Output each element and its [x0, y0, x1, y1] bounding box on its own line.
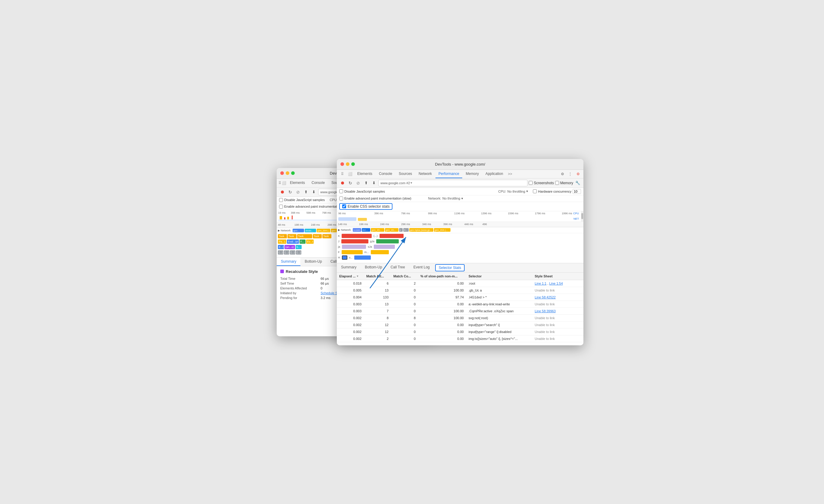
hardware-value-2[interactable] [573, 189, 581, 194]
flame2-ja1[interactable] [342, 245, 366, 249]
tab-calltree-2[interactable]: Call Tree [387, 263, 409, 272]
tab-console-2[interactable]: Console [376, 170, 395, 178]
tab-summary-1[interactable]: Summary [277, 258, 300, 266]
memory-cb-2[interactable] [555, 181, 559, 185]
memory-checkbox-2[interactable]: Memory [555, 181, 573, 185]
flame2-ja2[interactable] [374, 245, 395, 249]
tab-bottomup-2[interactable]: Bottom-Up [360, 263, 386, 272]
link-58-39963[interactable]: Line 58:39963 [535, 309, 556, 313]
flame2-j1[interactable] [341, 239, 369, 243]
th-slowpath[interactable]: % of slow-path non-m... [418, 274, 466, 279]
tab-more-2[interactable]: >> [507, 172, 513, 176]
screenshots-checkbox-2[interactable]: Screenshots [529, 181, 554, 185]
flame-pal[interactable]: Pa...L [278, 240, 286, 244]
th-matchco[interactable]: Match Co... [391, 274, 418, 279]
th-elapsed[interactable]: Elapsed ... ▼ [337, 274, 364, 279]
stop-button-2[interactable]: ⊘ [355, 180, 362, 186]
disable-js-cb-2[interactable] [339, 190, 343, 193]
flame-p3[interactable]: (...) [290, 250, 295, 255]
device-icon-2[interactable]: ⬜ [346, 170, 354, 177]
css-selector-checkbox[interactable]: Enable CSS selector stats [339, 203, 393, 210]
net2-gen2[interactable]: gen_20... [385, 228, 399, 232]
devtools-icon-2[interactable]: ⠿ [339, 170, 346, 177]
flame-evt[interactable]: Ev...t [306, 240, 314, 244]
settings-icon-2[interactable]: ⚙ [559, 170, 566, 177]
tab-summary-2[interactable]: Summary [337, 263, 360, 272]
enable-paint-checkbox-2[interactable]: Enable advanced paint instrumentation (s… [339, 197, 411, 201]
flame-p4[interactable]: (...) [296, 250, 301, 255]
flame2-h1[interactable] [342, 255, 347, 260]
refresh-button-1[interactable]: ↻ [287, 189, 294, 195]
refresh-button-2[interactable]: ↻ [347, 180, 354, 186]
flame2-h2[interactable] [354, 255, 371, 260]
net-item-gen1[interactable]: gen_204 (... [317, 229, 330, 232]
flame2-f2[interactable] [371, 250, 389, 254]
link-line154[interactable]: Line 1:54 [549, 282, 563, 285]
upload-icon-2[interactable]: ⬆ [363, 180, 369, 186]
flame-f[interactable]: F... [300, 240, 306, 244]
screenshots-cb-2[interactable] [529, 181, 533, 185]
hardware-checkbox-2[interactable]: Hardware concurrency [533, 189, 581, 194]
tab-selectorstats-2[interactable]: Selector Stats [435, 264, 465, 271]
download-icon-2[interactable]: ⬇ [371, 180, 377, 186]
tab-bottomup-1[interactable]: Bottom-Up [300, 258, 326, 266]
flame-p1[interactable]: (...) [278, 250, 283, 255]
flame-et[interactable]: E...t [278, 245, 284, 249]
device-icon-1[interactable]: ⬜ [282, 179, 286, 186]
css-selector-cb[interactable] [342, 204, 346, 208]
flame2-j2[interactable] [376, 239, 399, 243]
download-icon-1[interactable]: ⬇ [310, 189, 317, 195]
close-button[interactable] [280, 171, 284, 175]
upload-icon-1[interactable]: ⬆ [303, 189, 309, 195]
enable-paint-cb-2[interactable] [339, 197, 343, 201]
disable-js-checkbox-1[interactable]: Disable JavaScript samples [279, 198, 325, 202]
net2-gen1[interactable]: gen_20... [371, 228, 384, 232]
flame2-k2[interactable] [380, 234, 404, 238]
net2-hpba[interactable]: gen hpba (www.go... [409, 228, 433, 232]
cog-icon-2[interactable]: 🔧 [575, 180, 581, 186]
enable-paint-cb-1[interactable] [279, 205, 283, 209]
flame-task-5[interactable]: Task [322, 234, 331, 238]
hardware-cb-2[interactable] [533, 190, 537, 193]
tab-console-1[interactable]: Console [309, 179, 328, 187]
flame-ans[interactable]: (an...s) [285, 245, 295, 249]
more-options-icon-2[interactable]: ⋮ [566, 170, 574, 177]
stop-button-1[interactable]: ⊘ [295, 189, 301, 195]
alert-icon-2[interactable]: ⚙ [575, 170, 582, 177]
tab-network-2[interactable]: Network [416, 170, 435, 178]
th-selector[interactable]: Selector [466, 274, 532, 279]
flame-task-1[interactable]: Task [278, 234, 287, 238]
record-button-1[interactable] [279, 189, 286, 195]
flame2-f1[interactable] [342, 250, 363, 254]
tab-eventlog-2[interactable]: Event Log [409, 263, 434, 272]
tab-application-2[interactable]: Application [482, 170, 506, 178]
minimize-button[interactable] [286, 171, 289, 175]
maximize-button[interactable] [291, 171, 295, 175]
flame2-k1[interactable] [342, 234, 372, 238]
net-item-goo[interactable]: goo... [293, 229, 304, 232]
net-item-desk[interactable]: deskt... [305, 229, 316, 232]
tab-memory-2[interactable]: Memory [463, 170, 482, 178]
link-line11[interactable]: Line 1:1 [535, 282, 546, 285]
net2-gen204[interactable]: gen_204 (... [434, 228, 450, 232]
record-button-2[interactable] [339, 180, 346, 186]
net2-scom[interactable]: s.com [353, 228, 361, 232]
close-button-2[interactable] [340, 162, 344, 166]
disable-js-cb-1[interactable] [279, 198, 283, 202]
flame-task-4[interactable]: Task [313, 234, 322, 238]
disable-js-checkbox-2[interactable]: Disable JavaScript samples [339, 190, 385, 193]
tab-performance-2[interactable]: Performance [435, 170, 462, 178]
url-bar-2[interactable]: www.google.com #2 ▾ [378, 180, 527, 186]
net2-c[interactable]: c [399, 228, 403, 232]
maximize-button-2[interactable] [351, 162, 355, 166]
tab-elements-2[interactable]: Elements [354, 170, 375, 178]
net2-m[interactable]: m=... [362, 228, 370, 232]
devtools-icon-1[interactable]: ⠿ [279, 179, 281, 186]
flame-p2[interactable]: (...) [284, 250, 289, 255]
flame-b[interactable]: b... [296, 245, 302, 249]
tab-elements-1[interactable]: Elements [287, 179, 308, 187]
minimize-button-2[interactable] [346, 162, 349, 166]
th-stylesheet[interactable]: Style Sheet [532, 274, 584, 279]
net2-0[interactable]: 0... [403, 228, 409, 232]
link-58-42522[interactable]: Line 58:42522 [535, 295, 556, 299]
